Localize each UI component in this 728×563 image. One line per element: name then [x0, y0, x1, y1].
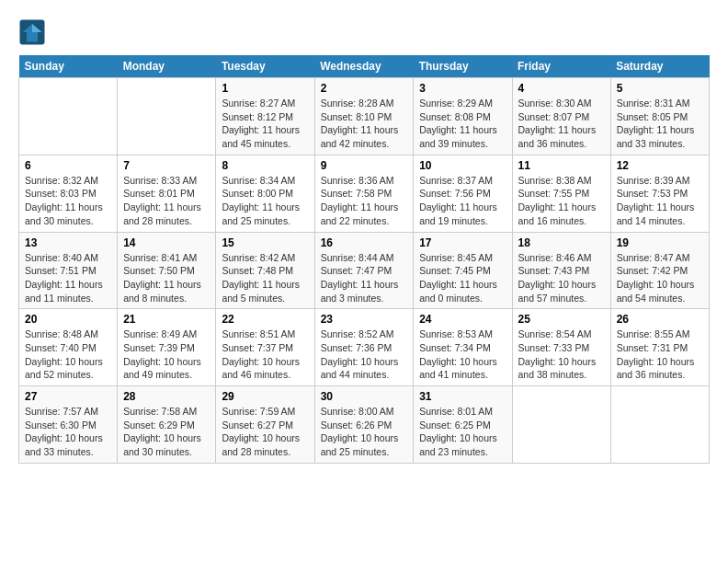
col-header-wednesday: Wednesday: [314, 55, 414, 78]
day-info: Sunrise: 8:51 AMSunset: 7:37 PMDaylight:…: [222, 327, 308, 382]
day-info: Sunrise: 8:37 AMSunset: 7:56 PMDaylight:…: [419, 174, 506, 228]
day-cell: 12Sunrise: 8:39 AMSunset: 7:53 PMDayligh…: [610, 155, 709, 232]
day-info: Sunrise: 8:46 AMSunset: 7:43 PMDaylight:…: [518, 251, 605, 305]
day-cell: 4Sunrise: 8:30 AMSunset: 8:07 PMDaylight…: [512, 78, 610, 155]
day-info: Sunrise: 8:41 AMSunset: 7:50 PMDaylight:…: [123, 251, 210, 305]
day-number: 9: [321, 159, 408, 172]
day-number: 12: [617, 159, 703, 172]
day-number: 18: [518, 236, 605, 249]
day-info: Sunrise: 8:33 AMSunset: 8:01 PMDaylight:…: [123, 174, 210, 228]
day-info: Sunrise: 8:55 AMSunset: 7:31 PMDaylight:…: [617, 327, 703, 382]
day-number: 2: [321, 82, 408, 95]
day-cell: 29Sunrise: 7:59 AMSunset: 6:27 PMDayligh…: [216, 386, 314, 464]
day-info: Sunrise: 8:40 AMSunset: 7:51 PMDaylight:…: [25, 251, 111, 305]
day-number: 21: [123, 313, 210, 326]
day-number: 31: [419, 390, 506, 403]
col-header-sunday: Sunday: [19, 55, 118, 78]
day-cell: 21Sunrise: 8:49 AMSunset: 7:39 PMDayligh…: [118, 309, 216, 386]
day-info: Sunrise: 8:00 AMSunset: 6:26 PMDaylight:…: [321, 405, 408, 459]
day-number: 11: [518, 159, 605, 172]
day-number: 24: [419, 313, 506, 326]
day-number: 1: [222, 82, 308, 95]
day-info: Sunrise: 8:42 AMSunset: 7:48 PMDaylight:…: [222, 251, 308, 305]
day-number: 20: [25, 313, 111, 326]
day-cell: 28Sunrise: 7:58 AMSunset: 6:29 PMDayligh…: [118, 386, 216, 464]
week-row-1: 1Sunrise: 8:27 AMSunset: 8:12 PMDaylight…: [19, 78, 710, 155]
day-cell: [118, 78, 216, 155]
day-cell: 15Sunrise: 8:42 AMSunset: 7:48 PMDayligh…: [216, 232, 314, 309]
day-cell: 17Sunrise: 8:45 AMSunset: 7:45 PMDayligh…: [414, 232, 512, 309]
day-number: 29: [222, 390, 308, 403]
day-info: Sunrise: 8:36 AMSunset: 7:58 PMDaylight:…: [321, 174, 408, 228]
day-cell: 6Sunrise: 8:32 AMSunset: 8:03 PMDaylight…: [19, 155, 118, 232]
day-cell: 27Sunrise: 7:57 AMSunset: 6:30 PMDayligh…: [19, 386, 118, 464]
day-info: Sunrise: 8:47 AMSunset: 7:42 PMDaylight:…: [617, 251, 703, 305]
day-cell: 23Sunrise: 8:52 AMSunset: 7:36 PMDayligh…: [314, 309, 414, 386]
day-info: Sunrise: 8:45 AMSunset: 7:45 PMDaylight:…: [419, 251, 506, 305]
day-number: 7: [123, 159, 210, 172]
day-cell: [512, 386, 610, 464]
day-info: Sunrise: 8:29 AMSunset: 8:08 PMDaylight:…: [419, 97, 506, 151]
day-cell: 9Sunrise: 8:36 AMSunset: 7:58 PMDaylight…: [314, 155, 414, 232]
day-cell: 30Sunrise: 8:00 AMSunset: 6:26 PMDayligh…: [314, 386, 414, 464]
day-info: Sunrise: 8:52 AMSunset: 7:36 PMDaylight:…: [321, 327, 408, 382]
day-info: Sunrise: 8:27 AMSunset: 8:12 PMDaylight:…: [222, 97, 308, 151]
day-info: Sunrise: 7:57 AMSunset: 6:30 PMDaylight:…: [25, 405, 111, 459]
day-info: Sunrise: 8:44 AMSunset: 7:47 PMDaylight:…: [321, 251, 408, 305]
day-info: Sunrise: 8:28 AMSunset: 8:10 PMDaylight:…: [321, 97, 408, 151]
day-cell: 11Sunrise: 8:38 AMSunset: 7:55 PMDayligh…: [512, 155, 610, 232]
day-cell: 25Sunrise: 8:54 AMSunset: 7:33 PMDayligh…: [512, 309, 610, 386]
day-number: 4: [518, 82, 605, 95]
day-info: Sunrise: 7:59 AMSunset: 6:27 PMDaylight:…: [222, 405, 308, 459]
day-cell: 7Sunrise: 8:33 AMSunset: 8:01 PMDaylight…: [118, 155, 216, 232]
week-row-5: 27Sunrise: 7:57 AMSunset: 6:30 PMDayligh…: [19, 386, 710, 464]
day-cell: 10Sunrise: 8:37 AMSunset: 7:56 PMDayligh…: [414, 155, 512, 232]
day-info: Sunrise: 8:39 AMSunset: 7:53 PMDaylight:…: [617, 174, 703, 228]
day-number: 26: [617, 313, 703, 326]
day-info: Sunrise: 8:49 AMSunset: 7:39 PMDaylight:…: [123, 327, 210, 382]
col-header-thursday: Thursday: [414, 55, 512, 78]
day-info: Sunrise: 8:54 AMSunset: 7:33 PMDaylight:…: [518, 327, 605, 382]
day-cell: 14Sunrise: 8:41 AMSunset: 7:50 PMDayligh…: [118, 232, 216, 309]
day-cell: 18Sunrise: 8:46 AMSunset: 7:43 PMDayligh…: [512, 232, 610, 309]
day-cell: 2Sunrise: 8:28 AMSunset: 8:10 PMDaylight…: [314, 78, 414, 155]
day-number: 10: [419, 159, 506, 172]
day-info: Sunrise: 8:48 AMSunset: 7:40 PMDaylight:…: [25, 327, 111, 382]
day-cell: 1Sunrise: 8:27 AMSunset: 8:12 PMDaylight…: [216, 78, 314, 155]
day-number: 23: [321, 313, 408, 326]
day-cell: 19Sunrise: 8:47 AMSunset: 7:42 PMDayligh…: [610, 232, 709, 309]
day-cell: 20Sunrise: 8:48 AMSunset: 7:40 PMDayligh…: [19, 309, 118, 386]
day-info: Sunrise: 8:30 AMSunset: 8:07 PMDaylight:…: [518, 97, 605, 151]
day-cell: 26Sunrise: 8:55 AMSunset: 7:31 PMDayligh…: [610, 309, 709, 386]
day-number: 6: [25, 159, 111, 172]
logo: [18, 18, 50, 46]
day-info: Sunrise: 8:38 AMSunset: 7:55 PMDaylight:…: [518, 174, 605, 228]
day-info: Sunrise: 8:01 AMSunset: 6:25 PMDaylight:…: [419, 405, 506, 459]
day-number: 8: [222, 159, 308, 172]
day-number: 30: [321, 390, 408, 403]
day-number: 27: [25, 390, 111, 403]
week-row-4: 20Sunrise: 8:48 AMSunset: 7:40 PMDayligh…: [19, 309, 710, 386]
day-info: Sunrise: 8:34 AMSunset: 8:00 PMDaylight:…: [222, 174, 308, 228]
day-cell: [610, 386, 709, 464]
day-number: 28: [123, 390, 210, 403]
day-info: Sunrise: 8:32 AMSunset: 8:03 PMDaylight:…: [25, 174, 111, 228]
week-row-2: 6Sunrise: 8:32 AMSunset: 8:03 PMDaylight…: [19, 155, 710, 232]
header-row: SundayMondayTuesdayWednesdayThursdayFrid…: [19, 55, 710, 78]
day-number: 16: [321, 236, 408, 249]
day-cell: 22Sunrise: 8:51 AMSunset: 7:37 PMDayligh…: [216, 309, 314, 386]
day-cell: 24Sunrise: 8:53 AMSunset: 7:34 PMDayligh…: [414, 309, 512, 386]
day-info: Sunrise: 7:58 AMSunset: 6:29 PMDaylight:…: [123, 405, 210, 459]
day-number: 5: [617, 82, 703, 95]
day-info: Sunrise: 8:53 AMSunset: 7:34 PMDaylight:…: [419, 327, 506, 382]
day-cell: 8Sunrise: 8:34 AMSunset: 8:00 PMDaylight…: [216, 155, 314, 232]
day-number: 25: [518, 313, 605, 326]
col-header-tuesday: Tuesday: [216, 55, 314, 78]
day-cell: 16Sunrise: 8:44 AMSunset: 7:47 PMDayligh…: [314, 232, 414, 309]
day-number: 22: [222, 313, 308, 326]
day-cell: 3Sunrise: 8:29 AMSunset: 8:08 PMDaylight…: [414, 78, 512, 155]
col-header-saturday: Saturday: [610, 55, 709, 78]
col-header-friday: Friday: [512, 55, 610, 78]
day-number: 13: [25, 236, 111, 249]
day-info: Sunrise: 8:31 AMSunset: 8:05 PMDaylight:…: [617, 97, 703, 151]
